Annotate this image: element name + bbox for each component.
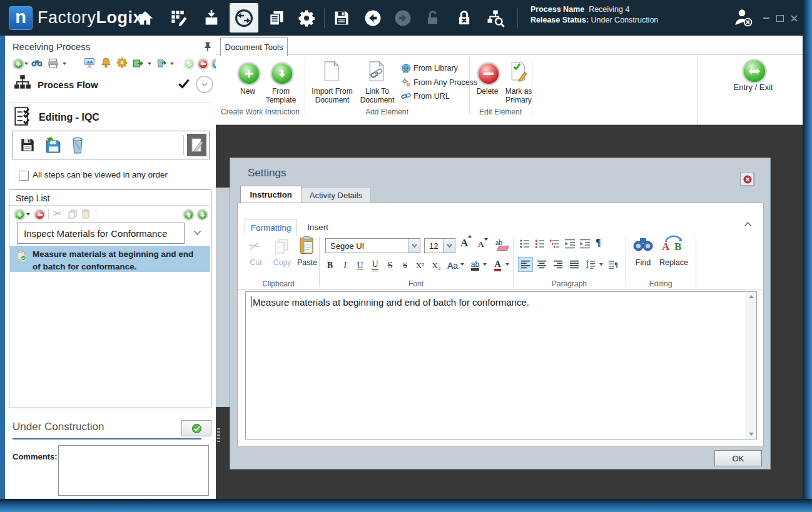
production-plan-button[interactable]: [169, 8, 189, 28]
decrease-indent-button[interactable]: [564, 238, 576, 252]
alerts-button[interactable]: [100, 57, 111, 68]
add-step-button[interactable]: [14, 209, 25, 220]
tab-insert[interactable]: Insert: [300, 219, 335, 235]
bold-button[interactable]: B: [323, 258, 337, 273]
process-transfer-button[interactable]: [234, 8, 254, 28]
unlock-button[interactable]: [423, 8, 443, 28]
operation-item[interactable]: [14, 106, 33, 129]
approve-status-button[interactable]: [181, 420, 211, 436]
add-dropdown-caret[interactable]: [24, 63, 28, 65]
tab-activity-details[interactable]: Activity Details: [301, 187, 371, 204]
font-family-combobox[interactable]: Segoe UI: [325, 238, 420, 253]
delete-element-button[interactable]: [477, 63, 500, 85]
italic-button[interactable]: I: [338, 258, 352, 273]
line-spacing-caret[interactable]: [599, 263, 603, 266]
multilevel-list-button[interactable]: [549, 238, 561, 252]
move-step-down-button[interactable]: [197, 209, 208, 220]
grow-font-button[interactable]: A: [460, 237, 468, 249]
mark-as-primary-button[interactable]: [510, 61, 527, 84]
collapse-ribbon-chevron-icon[interactable]: [744, 222, 752, 227]
collapse-process-flow-button[interactable]: [196, 76, 213, 93]
align-justify-button[interactable]: [567, 257, 582, 272]
font-color-button[interactable]: A: [490, 258, 505, 273]
document-tools-tab[interactable]: Document Tools: [220, 38, 288, 56]
font-size-combobox[interactable]: 12: [424, 238, 455, 253]
align-right-button[interactable]: [551, 257, 566, 272]
home-button[interactable]: [135, 8, 155, 28]
editor-scrollbar[interactable]: [746, 292, 756, 439]
increase-indent-button[interactable]: [579, 238, 591, 252]
paste-button[interactable]: [299, 236, 315, 258]
entry-exit-label[interactable]: Entry / Exit: [722, 83, 784, 92]
documents-button[interactable]: [266, 8, 287, 28]
new-instruction-button[interactable]: [238, 63, 260, 85]
double-underline-button[interactable]: U: [368, 258, 382, 273]
from-any-process-button[interactable]: From Any Process: [401, 78, 477, 88]
font-family-dropdown[interactable]: [408, 239, 420, 253]
step-name-combobox[interactable]: Inspect Materials for Conformance: [17, 223, 185, 244]
tab-instruction[interactable]: Instruction: [240, 186, 302, 203]
from-template-label[interactable]: From Template: [261, 87, 301, 104]
import-from-document-label[interactable]: Import From Document: [308, 87, 356, 104]
highlight-button[interactable]: ab: [468, 258, 482, 273]
double-strikethrough-button[interactable]: S: [398, 258, 412, 273]
superscript-button[interactable]: X²: [413, 258, 427, 273]
lock-cancel-button[interactable]: [454, 8, 474, 28]
resume-button[interactable]: [184, 59, 195, 69]
cut-button[interactable]: ✂: [247, 237, 263, 256]
close-button[interactable]: [788, 13, 799, 23]
stop-button[interactable]: [198, 59, 208, 69]
move-step-up-button[interactable]: [183, 209, 194, 220]
copy-step-button[interactable]: [68, 209, 77, 221]
delete-doc-button[interactable]: [67, 134, 88, 156]
back-button[interactable]: [363, 8, 383, 28]
font-color-caret[interactable]: [505, 263, 509, 266]
dialog-close-button[interactable]: [740, 172, 754, 186]
cut-step-button[interactable]: ✂: [53, 208, 61, 219]
add-button[interactable]: [13, 58, 24, 69]
find-button[interactable]: [633, 236, 653, 256]
forward-button[interactable]: [393, 8, 413, 28]
link-to-document-button[interactable]: [368, 61, 385, 84]
font-size-dropdown[interactable]: [443, 239, 455, 253]
pin-button[interactable]: [203, 41, 212, 54]
process-settings-button[interactable]: [116, 57, 128, 68]
presentation-button[interactable]: [84, 57, 95, 68]
from-url-button[interactable]: From URL: [401, 92, 450, 101]
logout-user-button[interactable]: [733, 8, 753, 28]
link-to-document-label[interactable]: Link To Document: [357, 87, 397, 104]
export-button[interactable]: [133, 58, 144, 69]
replace-button[interactable]: A B: [662, 234, 687, 254]
save-button[interactable]: [332, 8, 352, 28]
highlight-caret[interactable]: [483, 263, 487, 266]
numbered-list-button[interactable]: [534, 238, 546, 252]
from-library-button[interactable]: From Library: [401, 63, 458, 73]
strikethrough-button[interactable]: S: [383, 258, 397, 273]
add-step-caret[interactable]: [26, 213, 30, 216]
import-doc-button[interactable]: [42, 134, 63, 156]
clear-format-button[interactable]: ab: [495, 238, 502, 248]
minimize-button[interactable]: [761, 13, 772, 23]
change-case-caret[interactable]: [460, 263, 464, 266]
step-list-item-selected[interactable]: Measure materials at beginning and end o…: [10, 246, 210, 272]
step-combo-chevron-icon[interactable]: [193, 230, 201, 236]
bullet-list-button[interactable]: [519, 238, 530, 252]
text-direction-button[interactable]: ¶: [606, 257, 621, 272]
print-button[interactable]: [48, 58, 59, 69]
scroll-up-button[interactable]: [749, 295, 754, 298]
process-flow-item[interactable]: [14, 74, 31, 93]
comments-textarea[interactable]: [58, 445, 209, 496]
import-from-document-button[interactable]: [323, 61, 340, 84]
process-search-button[interactable]: [485, 8, 505, 28]
mark-as-primary-label[interactable]: Mark as Primary: [499, 87, 539, 104]
copy-button[interactable]: [274, 238, 289, 257]
recycle-button[interactable]: [155, 57, 166, 68]
settings-button[interactable]: [297, 8, 317, 28]
subscript-button[interactable]: X₂: [429, 258, 444, 273]
export-dropdown-caret[interactable]: [148, 63, 151, 65]
entry-exit-button[interactable]: [743, 59, 766, 83]
search-button[interactable]: [31, 58, 43, 69]
recycle-dropdown-caret[interactable]: [170, 63, 174, 65]
remove-step-button[interactable]: [34, 209, 45, 220]
align-left-button[interactable]: [518, 257, 533, 272]
